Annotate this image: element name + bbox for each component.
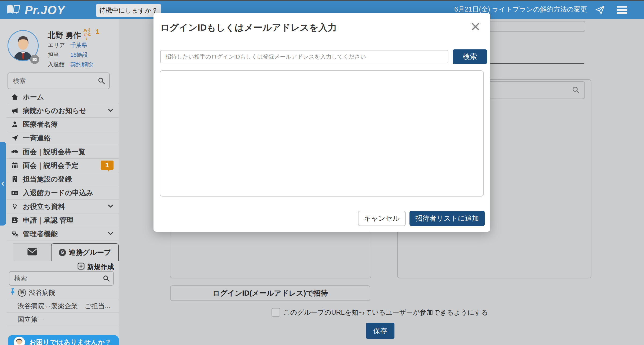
new-group-button[interactable]: 新規作成 [77, 262, 114, 271]
doctor-icon [10, 121, 19, 128]
profile-row-label: 入退館 [48, 61, 65, 68]
group-list-item[interactable]: 医 渋谷病院 [7, 286, 119, 299]
search-icon[interactable] [97, 77, 105, 86]
sidebar-search-input[interactable] [8, 73, 109, 89]
close-icon[interactable] [470, 21, 481, 32]
search-results-list [160, 70, 484, 197]
modal-search-button[interactable]: 検索 [453, 49, 487, 64]
profile-area-link[interactable]: 千葉県 [70, 41, 87, 49]
app-screen: Pr.JOY 待機中にしますか？ 6月21日(金) ライトプランの解約方法の変更… [0, 0, 644, 345]
url-join-checkbox[interactable] [272, 308, 280, 317]
sidebar-item-admin[interactable]: 管理者機能 [7, 227, 119, 241]
save-button[interactable]: 保存 [366, 323, 394, 339]
cancel-button[interactable]: キャンセル [358, 211, 406, 226]
logo-text: Pr.JOY [25, 3, 65, 17]
handshake-icon [10, 148, 19, 155]
group-list: 医 渋谷病院 渋谷病院⇔製薬企業 ご担当... 国立第一 [7, 286, 119, 326]
search-icon[interactable] [572, 86, 580, 95]
sidebar-nav: ホーム 病院からのお知らせ 医療者名簿 一斉連絡 面会｜説明会枠一覧 面会｜説明… [7, 90, 119, 241]
sidebar-item-entry-card[interactable]: 入退館カードの申込み [7, 186, 119, 200]
group-search-input[interactable] [9, 272, 113, 285]
profile-name: 北野 勇作 [48, 30, 81, 41]
id-card-icon [10, 189, 19, 197]
sidebar-item-home[interactable]: ホーム [7, 90, 119, 104]
send-plane-icon[interactable] [595, 5, 605, 16]
sidebar-collapse-handle[interactable] [0, 142, 6, 226]
home-icon [10, 93, 19, 101]
lightbulb-icon [10, 203, 19, 210]
profile-facilities-link[interactable]: 18施設 [70, 51, 88, 59]
unread-count-badge: 1 [101, 161, 114, 170]
plus-square-icon [77, 262, 85, 271]
sidebar-item-meeting-schedule[interactable]: 面会｜説明会予定 1 [7, 159, 119, 172]
invite-by-id-button[interactable]: ログインID(メールアドレス)で招待 [170, 285, 370, 301]
sidebar-item-medical-roster[interactable]: 医療者名簿 [7, 118, 119, 131]
help-chat-label: お困りではありませんか？ [29, 338, 111, 345]
app-logo[interactable]: Pr.JOY [6, 4, 65, 17]
modal-title: ログインIDもしくはメールアドレスを入力 [160, 21, 337, 34]
tab-messages[interactable] [13, 243, 52, 261]
support-operator-avatar [14, 337, 25, 345]
profile-entry-link[interactable]: 契約解除 [70, 61, 93, 68]
sidebar-item-resources[interactable]: お役立ち資料 [7, 200, 119, 213]
pin-icon [9, 288, 16, 297]
calendar-icon [10, 162, 19, 169]
profile-row-label: 担当 [48, 51, 59, 59]
sidebar-item-facility-registration[interactable]: 担当施設の登録 [7, 172, 119, 186]
sidebar-item-broadcast[interactable]: 一斉連絡 [7, 131, 119, 145]
change-photo-camera-icon[interactable] [30, 55, 39, 64]
help-chat-bubble[interactable]: お困りではありませんか？ [8, 335, 119, 345]
profile-row-label: エリア [48, 41, 65, 49]
sidebar-item-hospital-news[interactable]: 病院からのお知らせ [7, 104, 119, 118]
group-label: 渋谷病院 [29, 288, 56, 297]
group-badge-icon: G [59, 249, 66, 256]
megaphone-icon [10, 107, 19, 114]
group-search [9, 271, 114, 286]
hospital-icon [10, 175, 19, 183]
sidebar-item-approval[interactable]: 申請｜承認 管理 [7, 213, 119, 227]
group-list-item[interactable]: 国立第一 [7, 313, 119, 326]
chevron-down-icon[interactable] [107, 202, 114, 210]
invite-id-input[interactable] [160, 50, 448, 63]
thanks-badge: ありがとう 1 [84, 28, 99, 40]
sidebar-search [8, 72, 110, 89]
search-icon[interactable] [103, 275, 110, 283]
approval-icon [10, 216, 19, 224]
chevron-down-icon[interactable] [107, 230, 114, 238]
group-label: 国立第一 [17, 315, 44, 324]
group-list-item[interactable]: 渋谷病院⇔製薬企業 ご担当... [7, 299, 119, 313]
standby-button[interactable]: 待機中にしますか？ [96, 4, 161, 17]
paper-plane-icon [10, 134, 19, 142]
sidebar-item-meeting-slots[interactable]: 面会｜説明会枠一覧 [7, 145, 119, 159]
envelope-icon [27, 248, 38, 257]
hamburger-menu-icon[interactable] [616, 5, 628, 16]
gears-icon [10, 230, 19, 238]
invite-modal: ログインIDもしくはメールアドレスを入力 検索 キャンセル 招待者リストに追加 [153, 13, 490, 232]
group-label: 渋谷病院⇔製薬企業 ご担当... [17, 302, 110, 310]
chevron-down-icon[interactable] [107, 107, 114, 115]
tab-linked-groups[interactable]: G 連携グループ [51, 243, 119, 261]
add-to-invite-list-button[interactable]: 招待者リストに追加 [409, 211, 485, 226]
url-join-label: このグループのURLを知っているユーザーが参加できるようにする [283, 308, 488, 317]
logo-books-icon [6, 4, 22, 17]
medical-type-icon: 医 [18, 289, 26, 297]
